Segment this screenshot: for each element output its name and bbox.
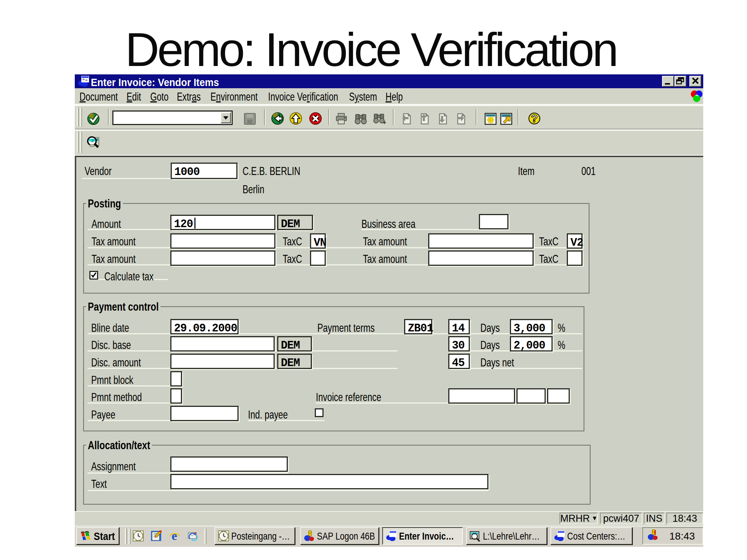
- svg-text:e: e: [171, 530, 177, 542]
- svg-text:?: ?: [531, 112, 538, 124]
